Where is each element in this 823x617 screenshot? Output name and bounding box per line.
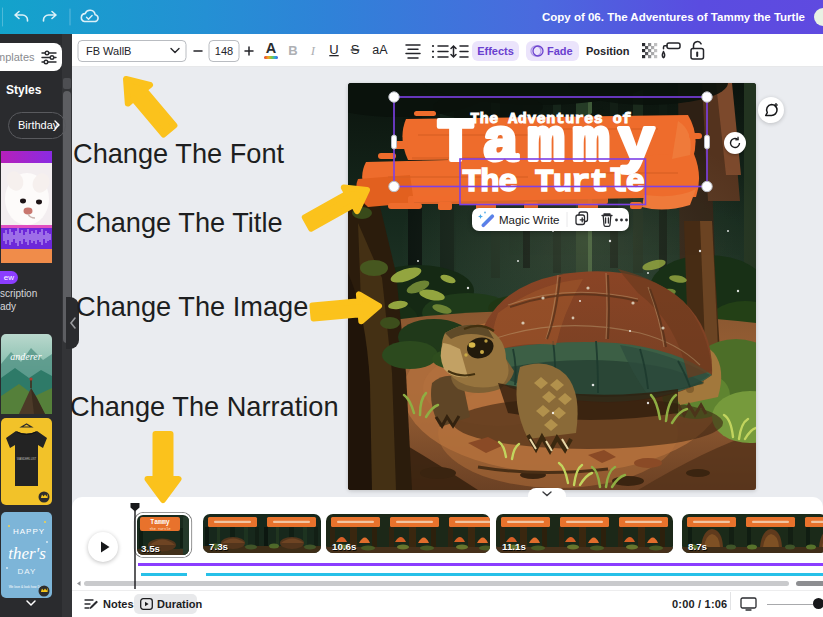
svg-text:DAY: DAY xyxy=(18,567,37,576)
svg-text:Copy of 06. The Adventures of: Copy of 06. The Adventures of Tammy the … xyxy=(542,11,805,23)
svg-text:HAPPY: HAPPY xyxy=(13,527,45,536)
svg-text:A: A xyxy=(266,40,277,56)
svg-text:The Turtle: The Turtle xyxy=(149,527,170,531)
svg-text:3.5s: 3.5s xyxy=(141,543,161,554)
svg-text:We love & look how Dad: We love & look how Dad xyxy=(9,585,44,589)
svg-text:anderer: anderer xyxy=(10,351,41,362)
svg-text:Fade: Fade xyxy=(547,45,573,57)
svg-text:Magic Write: Magic Write xyxy=(499,214,560,226)
svg-text:S: S xyxy=(351,42,360,57)
svg-text:U: U xyxy=(329,42,338,57)
svg-text:WANDERLUST: WANDERLUST xyxy=(17,457,37,461)
svg-text:FB WallB: FB WallB xyxy=(86,45,131,57)
svg-text:aA: aA xyxy=(372,43,388,57)
svg-text:The Turtle: The Turtle xyxy=(462,164,644,201)
svg-text:11.1s: 11.1s xyxy=(502,541,527,552)
svg-text:8.7s: 8.7s xyxy=(688,541,708,552)
svg-text:Tammy: Tammy xyxy=(150,519,170,526)
svg-text:Effects: Effects xyxy=(477,45,514,57)
svg-text:10.6s: 10.6s xyxy=(332,541,357,552)
svg-text:Position: Position xyxy=(586,45,630,57)
svg-text:148: 148 xyxy=(215,45,233,57)
svg-text:mplates: mplates xyxy=(0,51,35,63)
svg-text:7.3s: 7.3s xyxy=(209,541,229,552)
svg-text:ther's: ther's xyxy=(8,544,46,563)
svg-text:I: I xyxy=(310,43,316,58)
svg-text:B: B xyxy=(288,43,297,58)
